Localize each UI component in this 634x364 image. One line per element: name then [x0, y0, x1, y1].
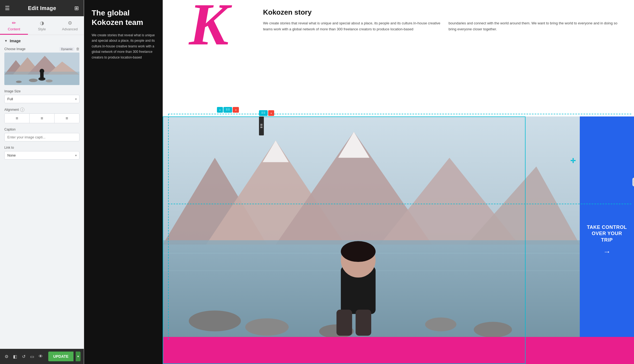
- svg-point-30: [341, 241, 376, 262]
- story-text-2: boundaries and connect with the world ar…: [449, 20, 626, 32]
- left-panel: ☰ Edit Image ⊞ ✏ Content ◑ Style ⚙ Advan…: [0, 0, 84, 364]
- main-photo-svg: [163, 116, 580, 364]
- tab-content[interactable]: ✏ Content: [0, 16, 28, 35]
- settings-icon-btn[interactable]: ⚙: [3, 352, 10, 361]
- update-dropdown-icon: ▾: [77, 355, 79, 358]
- story-title: Kokozen story: [263, 8, 626, 17]
- delete-image-icon[interactable]: 🗑: [76, 47, 79, 51]
- cta-panel: TAKE CONTROL OVER YOUR TRIP →: [580, 116, 634, 364]
- history-icon: ↺: [22, 354, 25, 359]
- style-tab-icon: ◑: [40, 20, 44, 26]
- svg-point-11: [16, 81, 22, 83]
- device-icon-btn[interactable]: ▭: [29, 352, 36, 361]
- toolbar-move-btn[interactable]: ⠿⠿: [223, 107, 232, 113]
- image-size-label: Image Size: [4, 89, 79, 93]
- link-to-label: Link to: [4, 146, 79, 150]
- settings-icon: ⚙: [5, 354, 8, 359]
- device-icon: ▭: [30, 354, 34, 359]
- preview-icon: 👁: [39, 354, 43, 359]
- style-tab-label: Style: [38, 27, 46, 31]
- image-preview[interactable]: [4, 53, 79, 85]
- layers-icon: ◧: [13, 354, 17, 359]
- grid-icon[interactable]: ⊞: [74, 5, 79, 11]
- center-area: TAKE CONTROL OVER YOUR TRIP →: [163, 116, 634, 364]
- toolbar-add-btn[interactable]: +: [217, 107, 223, 113]
- alignment-label-row: Alignment i: [4, 108, 79, 112]
- tab-advanced[interactable]: ⚙ Advanced: [56, 16, 84, 35]
- black-heading: The global Kokozen team: [92, 8, 155, 27]
- advanced-tab-label: Advanced: [62, 27, 78, 31]
- black-left-column: The global Kokozen team We create storie…: [84, 0, 163, 116]
- hamburger-icon[interactable]: ☰: [5, 5, 10, 11]
- svg-point-26: [425, 317, 456, 331]
- alignment-buttons: ≡ ≡ ≡: [4, 113, 79, 123]
- link-to-group: Link to None Media File Custom URL: [4, 146, 79, 160]
- vertical-handle[interactable]: [259, 116, 264, 135]
- image-size-group: Image Size Full Large Medium Thumbnail: [4, 89, 79, 103]
- panel-title: Edit Image: [28, 5, 56, 11]
- canvas-top: The global Kokozen team We create storie…: [84, 0, 634, 116]
- panel-tabs: ✏ Content ◑ Style ⚙ Advanced: [0, 16, 84, 35]
- svg-point-10: [46, 79, 53, 82]
- brand-letter: K: [189, 0, 229, 54]
- choose-image-label: Choose Image: [4, 47, 25, 51]
- tab-style[interactable]: ◑ Style: [28, 16, 56, 35]
- black-bottom-column: [84, 116, 163, 364]
- k-logo-area: K: [163, 0, 255, 116]
- image-preview-inner: [4, 53, 79, 85]
- panel-body: ▼ Image Choose Image Dynamic 🗑: [0, 35, 84, 349]
- panel-resize-handle[interactable]: [632, 178, 634, 186]
- link-to-select-wrapper: None Media File Custom URL: [4, 151, 79, 160]
- story-text-1: We create stories that reveal what is un…: [263, 20, 440, 32]
- section-arrow-icon: ▼: [4, 39, 8, 43]
- panel-header: ☰ Edit Image ⊞: [0, 0, 84, 16]
- toolbar-close-btn[interactable]: ×: [233, 107, 239, 113]
- image-size-select[interactable]: Full Large Medium Thumbnail: [4, 95, 79, 103]
- choose-image-group: Choose Image Dynamic 🗑: [4, 47, 79, 85]
- align-right-button[interactable]: ≡: [55, 114, 79, 123]
- canvas-bottom: TAKE CONTROL OVER YOUR TRIP →: [84, 116, 634, 364]
- svg-point-24: [245, 318, 289, 336]
- toolbar-move2-btn[interactable]: ⠿⠿: [259, 110, 268, 116]
- choose-image-label-row: Choose Image Dynamic 🗑: [4, 47, 79, 51]
- black-body: We create stories that reveal what is un…: [92, 32, 155, 60]
- update-button[interactable]: UPDATE: [48, 352, 73, 361]
- align-center-button[interactable]: ≡: [30, 114, 55, 123]
- main-canvas: The global Kokozen team We create storie…: [84, 0, 634, 364]
- preview-icon-btn[interactable]: 👁: [38, 352, 44, 361]
- cta-text: TAKE CONTROL OVER YOUR TRIP: [585, 224, 629, 243]
- element-toolbar-1: + ⠿⠿ ×: [217, 107, 239, 113]
- svg-rect-31: [337, 310, 352, 336]
- bottom-bar: ⚙ ◧ ↺ ▭ 👁 UPDATE ▾: [0, 349, 84, 364]
- link-to-select[interactable]: None Media File Custom URL: [4, 151, 79, 160]
- svg-rect-32: [356, 310, 371, 336]
- canvas-area: The global Kokozen team We create storie…: [84, 0, 634, 364]
- image-size-select-wrapper: Full Large Medium Thumbnail: [4, 95, 79, 103]
- story-area: Kokozen story We create stories that rev…: [255, 0, 634, 116]
- story-text-row: We create stories that reveal what is un…: [263, 20, 626, 32]
- photo-container: [163, 116, 580, 364]
- svg-point-23: [189, 311, 241, 332]
- update-dropdown-button[interactable]: ▾: [76, 352, 81, 361]
- content-tab-label: Content: [8, 27, 20, 31]
- history-icon-btn[interactable]: ↺: [20, 352, 27, 361]
- toolbar-close2-btn[interactable]: ×: [268, 110, 274, 116]
- layers-icon-btn[interactable]: ◧: [12, 352, 18, 361]
- alignment-info-icon: i: [20, 108, 24, 112]
- content-tab-icon: ✏: [12, 20, 16, 26]
- dynamic-badge: Dynamic: [59, 47, 74, 51]
- red-bottom-bar: [163, 337, 634, 364]
- caption-label: Caption: [4, 128, 79, 131]
- element-toolbar-2: ⠿⠿ ×: [259, 110, 274, 116]
- move-cross-handle[interactable]: ✛: [570, 157, 576, 165]
- caption-group: Caption: [4, 128, 79, 141]
- image-section-header: ▼ Image: [4, 39, 79, 43]
- svg-point-9: [29, 79, 38, 82]
- svg-point-27: [474, 322, 512, 337]
- alignment-group: Alignment i ≡ ≡ ≡: [4, 108, 79, 123]
- image-section-label: Image: [10, 39, 21, 43]
- caption-input[interactable]: [4, 133, 79, 141]
- align-left-button[interactable]: ≡: [5, 114, 30, 123]
- svg-point-8: [40, 69, 44, 73]
- advanced-tab-icon: ⚙: [68, 20, 72, 26]
